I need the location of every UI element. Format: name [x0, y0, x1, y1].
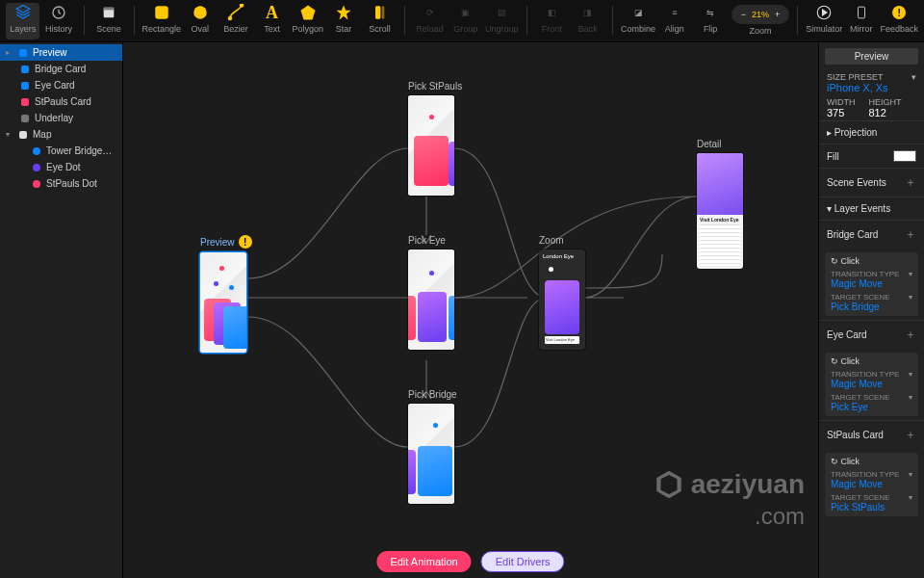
- front-icon: ◧: [542, 3, 561, 22]
- oval-tool[interactable]: Oval: [183, 3, 217, 39]
- back-button[interactable]: ◨Back: [571, 3, 604, 39]
- layer-stpauls-dot[interactable]: StPauls Dot: [0, 175, 122, 192]
- fill-swatch[interactable]: [893, 150, 916, 162]
- scroll-tool[interactable]: Scroll: [363, 3, 397, 39]
- rectangle-tool[interactable]: Rectangle: [142, 3, 182, 39]
- scene-icon: [99, 3, 118, 22]
- scene-events-section[interactable]: Scene Events＋: [819, 168, 924, 197]
- star-icon: [334, 3, 353, 22]
- bottom-toolbar: Edit Animation Edit Drivers: [376, 551, 564, 572]
- group-button[interactable]: ▣Group: [449, 3, 482, 39]
- layer-preview[interactable]: ▸Preview: [0, 44, 122, 61]
- add-event-icon[interactable]: ＋: [905, 327, 916, 343]
- svg-point-6: [241, 4, 244, 7]
- size-preset[interactable]: SIZE PRESET▾ iPhone X, Xs: [819, 70, 924, 95]
- rectangle-icon: [152, 3, 171, 22]
- ungroup-button[interactable]: ▤Ungroup: [485, 3, 519, 39]
- event-card[interactable]: ↻ ClickTRANSITION TYPE▾Magic MoveTARGET …: [825, 453, 918, 516]
- layers-panel: ▸Preview Bridge Card Eye Card StPauls Ca…: [0, 42, 123, 578]
- history-icon: [49, 3, 68, 22]
- height-field[interactable]: HEIGHT812: [869, 97, 902, 118]
- event-group-header[interactable]: Eye Card＋: [819, 320, 924, 349]
- layer-eye-dot[interactable]: Eye Dot: [0, 159, 122, 175]
- node-preview[interactable]: Preview!: [200, 235, 252, 353]
- combine-button[interactable]: ◪Combine: [621, 3, 655, 39]
- width-field[interactable]: WIDTH375: [827, 97, 856, 118]
- event-card[interactable]: ↻ ClickTRANSITION TYPE▾Magic MoveTARGET …: [825, 252, 918, 316]
- scene-button[interactable]: Scene: [91, 3, 125, 39]
- layer-stpauls-card[interactable]: StPauls Card: [0, 93, 122, 110]
- warning-badge-icon: !: [239, 235, 252, 249]
- text-icon: A: [262, 3, 281, 22]
- inspector-panel: Preview SIZE PRESET▾ iPhone X, Xs WIDTH3…: [818, 42, 924, 578]
- bezier-tool[interactable]: Bezier: [218, 3, 252, 39]
- reload-button[interactable]: ⟳Reload: [413, 3, 447, 39]
- svg-rect-12: [858, 7, 864, 18]
- node-pick-bridge[interactable]: Pick Bridge: [408, 389, 457, 504]
- event-group-header[interactable]: Bridge Card＋: [819, 220, 924, 249]
- svg-point-5: [229, 17, 232, 20]
- align-button[interactable]: ≡Align: [657, 3, 691, 39]
- star-tool[interactable]: Star: [326, 3, 360, 39]
- zoom-value: 21%: [752, 10, 769, 19]
- svg-rect-10: [382, 6, 385, 18]
- bezier-icon: [226, 3, 245, 22]
- ungroup-icon: ▤: [492, 3, 511, 22]
- layer-underlay[interactable]: Underlay: [0, 110, 122, 126]
- edit-animation-button[interactable]: Edit Animation: [376, 551, 471, 572]
- event-group-header[interactable]: StPauls Card＋: [819, 420, 924, 449]
- canvas[interactable]: Preview! Pick StPauls Pick Eye: [123, 42, 818, 578]
- feedback-icon: !: [889, 3, 909, 22]
- flip-button[interactable]: ⇋Flip: [693, 3, 727, 39]
- mirror-button[interactable]: Mirror: [844, 3, 878, 39]
- svg-marker-7: [300, 6, 315, 20]
- back-icon: ◨: [578, 3, 598, 22]
- front-button[interactable]: ◧Front: [535, 3, 569, 39]
- mirror-icon: [852, 3, 871, 22]
- node-zoom[interactable]: Zoom London Eye Visit London Eye: [539, 235, 585, 350]
- play-icon: [814, 3, 834, 22]
- svg-marker-8: [337, 6, 351, 20]
- combine-icon: ◪: [629, 3, 648, 22]
- layer-map[interactable]: ▾Map: [0, 126, 122, 143]
- watermark: aeziyuan .com: [653, 468, 805, 530]
- layer-bridge-card[interactable]: Bridge Card: [0, 61, 122, 77]
- scroll-icon: [370, 3, 389, 22]
- svg-rect-2: [104, 8, 115, 11]
- add-scene-event-icon[interactable]: ＋: [905, 174, 916, 191]
- svg-rect-3: [155, 6, 168, 19]
- align-icon: ≡: [665, 3, 684, 22]
- add-event-icon[interactable]: ＋: [905, 427, 916, 443]
- feedback-button[interactable]: !Feedback: [880, 3, 918, 39]
- svg-point-4: [193, 6, 207, 19]
- projection-section[interactable]: ▸ Projection: [819, 120, 924, 144]
- layer-events-section[interactable]: ▾ Layer Events: [819, 197, 924, 220]
- node-pick-stpauls[interactable]: Pick StPauls: [408, 81, 462, 196]
- layers-tab[interactable]: Layers: [6, 3, 39, 39]
- edit-drivers-button[interactable]: Edit Drivers: [481, 551, 565, 572]
- layers-icon: [13, 3, 33, 22]
- simulator-button[interactable]: Simulator: [806, 3, 842, 39]
- polygon-icon: [298, 3, 318, 22]
- zoom-out-icon[interactable]: −: [741, 10, 746, 19]
- add-event-icon[interactable]: ＋: [905, 226, 916, 243]
- toolbar: Layers History Scene Rectangle Oval Bezi…: [0, 0, 924, 42]
- zoom-control[interactable]: −21%+ Zoom: [732, 3, 790, 36]
- layer-tower-bridge-dot[interactable]: Tower Bridge…: [0, 143, 122, 159]
- node-detail[interactable]: Detail Visit London Eye: [697, 139, 743, 269]
- event-card[interactable]: ↻ ClickTRANSITION TYPE▾Magic MoveTARGET …: [825, 353, 918, 416]
- layer-eye-card[interactable]: Eye Card: [0, 77, 122, 93]
- text-tool[interactable]: AText: [255, 3, 289, 39]
- node-pick-eye[interactable]: Pick Eye: [408, 235, 454, 350]
- svg-rect-9: [375, 6, 380, 18]
- oval-icon: [191, 3, 210, 22]
- zoom-in-icon[interactable]: +: [775, 10, 780, 19]
- polygon-tool[interactable]: Polygon: [291, 3, 324, 39]
- group-icon: ▣: [456, 3, 475, 22]
- reload-icon: ⟳: [421, 3, 440, 22]
- history-tab[interactable]: History: [41, 3, 75, 39]
- fill-section[interactable]: Fill: [819, 144, 924, 168]
- flip-icon: ⇋: [701, 3, 720, 22]
- chevron-down-icon: ▾: [911, 72, 916, 82]
- inspector-title: Preview: [825, 48, 918, 65]
